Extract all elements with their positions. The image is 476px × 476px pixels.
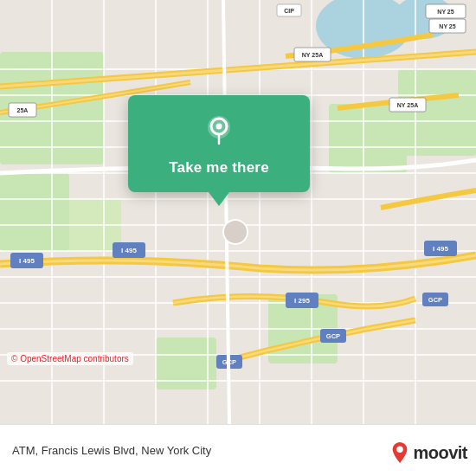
svg-rect-5 — [329, 104, 407, 173]
location-pin-icon — [200, 111, 238, 149]
svg-text:CIP: CIP — [284, 8, 294, 14]
svg-text:25A: 25A — [17, 107, 29, 113]
map-copyright: © OpenStreetMap contributors — [7, 352, 133, 365]
moovit-pin-icon — [390, 441, 409, 464]
svg-rect-6 — [398, 69, 476, 156]
svg-point-63 — [397, 447, 403, 453]
map-container: I 495 I 495 I 495 I 295 GCP GCP 25A — [0, 0, 476, 424]
svg-text:NY 25A: NY 25A — [302, 52, 323, 58]
svg-rect-3 — [0, 173, 69, 251]
bottom-bar: ATM, Francis Lewis Blvd, New York City m… — [0, 424, 476, 476]
svg-text:NY 25: NY 25 — [439, 23, 455, 29]
svg-point-53 — [223, 220, 248, 244]
popup-card: Take me there — [128, 95, 310, 192]
svg-text:GCP: GCP — [428, 296, 442, 304]
svg-text:I 495: I 495 — [433, 245, 448, 253]
svg-text:NY 25A: NY 25A — [397, 102, 418, 108]
moovit-logo: moovit — [390, 441, 467, 464]
take-me-there-button[interactable]: Take me there — [169, 158, 269, 178]
svg-text:I 495: I 495 — [19, 257, 35, 265]
svg-text:I 495: I 495 — [121, 247, 137, 254]
svg-text:I 295: I 295 — [294, 297, 310, 305]
moovit-label: moovit — [413, 443, 467, 463]
svg-text:GCP: GCP — [326, 332, 340, 340]
svg-point-62 — [216, 124, 222, 130]
svg-text:NY 25: NY 25 — [437, 9, 453, 15]
